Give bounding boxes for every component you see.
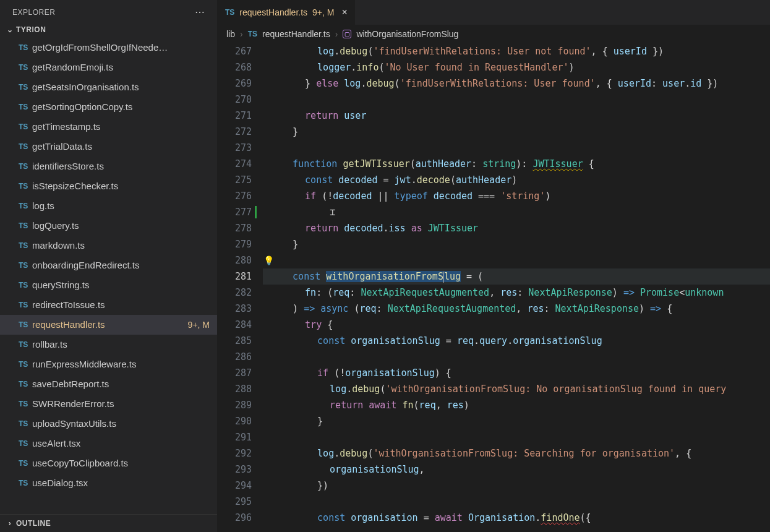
file-label: markdown.ts <box>32 238 217 253</box>
code-line[interactable]: fn: (req: NextApiRequestAugmented, res: … <box>263 285 770 301</box>
code-line[interactable]: function getJWTIssuer(authHeader: string… <box>263 156 770 172</box>
chevron-down-icon: ⌄ <box>6 25 14 34</box>
file-item[interactable]: TSgetTrialData.ts <box>0 137 217 157</box>
breadcrumb-file[interactable]: requestHandler.ts <box>262 29 330 39</box>
code-line[interactable]: } <box>263 413 770 429</box>
ts-icon: TS <box>19 397 32 411</box>
file-item[interactable]: TSredirectToIssue.ts <box>0 295 217 315</box>
file-item[interactable]: TSgetOrgIdFromShellOrgIfNeede… <box>0 38 217 58</box>
ts-icon: TS <box>19 317 32 332</box>
code-line[interactable]: logger.info('No User found in RequestHan… <box>263 59 770 75</box>
file-item[interactable]: TSgetSeatsInOrganisation.ts <box>0 77 217 97</box>
line-number: 293 <box>235 461 252 478</box>
code-line[interactable]: const organisation = await Organisation.… <box>263 510 770 526</box>
ts-icon: TS <box>19 337 32 352</box>
close-icon[interactable]: × <box>339 7 347 18</box>
code-line[interactable]: return user <box>263 108 770 124</box>
sidebar-header: EXPLORER ⋯ <box>0 0 217 22</box>
code-line[interactable]: const decoded = jwt.decode(authHeader) <box>263 172 770 188</box>
code-line[interactable]: log.debug('withOrganisationFromSlug: Sea… <box>263 445 770 461</box>
line-number: 272 <box>235 124 252 140</box>
line-number: 279 <box>235 236 252 252</box>
line-number: 289 <box>235 397 252 413</box>
code-line[interactable]: ⌶ <box>263 204 770 220</box>
editor-tab[interactable]: TS requestHandler.ts 9+, M × <box>218 0 356 25</box>
ts-icon: TS <box>19 159 32 174</box>
file-label: getOrgIdFromShellOrgIfNeede… <box>32 40 217 55</box>
ts-icon: TS <box>19 476 32 491</box>
line-number: 276 <box>235 188 252 204</box>
code-line[interactable] <box>263 494 770 510</box>
code-line[interactable] <box>263 429 770 445</box>
file-label: getRandomEmoji.ts <box>32 60 217 75</box>
ts-icon: TS <box>225 8 234 17</box>
code-content[interactable]: log.debug('findUserWithRelations: User n… <box>263 43 770 532</box>
file-item[interactable]: TSlog.ts <box>0 196 217 216</box>
file-label: rollbar.ts <box>32 337 217 352</box>
line-number: 296 <box>235 510 252 526</box>
code-line[interactable]: log.debug('withOrganisationFromSlug: No … <box>263 381 770 397</box>
code-line[interactable]: if (!decoded || typeof decoded === 'stri… <box>263 188 770 204</box>
file-label: uploadSyntaxUtils.ts <box>32 416 217 431</box>
file-item[interactable]: TSsaveDebtReport.ts <box>0 374 217 394</box>
code-line[interactable]: const organisationSlug = req.query.organ… <box>263 333 770 349</box>
code-line[interactable]: } <box>263 236 770 252</box>
file-item[interactable]: TSrunExpressMiddleware.ts <box>0 354 217 374</box>
file-item[interactable]: TSuploadSyntaxUtils.ts <box>0 414 217 434</box>
code-line[interactable]: if (!organisationSlug) { <box>263 365 770 381</box>
file-item[interactable]: TSrollbar.ts <box>0 335 217 354</box>
sidebar-more-icon[interactable]: ⋯ <box>191 6 209 18</box>
code-line[interactable]: const withOrganisationFromSlug = ( <box>263 268 770 285</box>
code-editor[interactable]: 2672682692702712722732742752762772782792… <box>218 43 770 532</box>
code-line[interactable] <box>263 349 770 365</box>
file-item[interactable]: TSSWRRenderError.ts <box>0 394 217 414</box>
line-number: 290 <box>235 413 252 429</box>
tab-filename: requestHandler.ts <box>239 7 307 17</box>
file-item[interactable]: TSrequestHandler.ts9+, M <box>0 315 217 335</box>
file-label: useCopyToClipboard.ts <box>32 456 217 471</box>
tab-git-status: 9+, M <box>312 7 334 17</box>
ts-icon: TS <box>19 100 32 114</box>
code-line[interactable] <box>263 92 770 108</box>
code-line[interactable] <box>263 252 770 268</box>
main-area: TS requestHandler.ts 9+, M × lib › TS re… <box>218 0 770 532</box>
file-item[interactable]: TSlogQuery.ts <box>0 216 217 236</box>
chevron-right-icon: › <box>6 519 14 528</box>
code-line[interactable]: ) => async (req: NextApiRequestAugmented… <box>263 301 770 317</box>
outline-section-header[interactable]: › OUTLINE <box>0 514 217 532</box>
line-number: 280💡 <box>235 252 252 268</box>
file-item[interactable]: TSqueryString.ts <box>0 275 217 295</box>
file-item[interactable]: TSisStepsizeChecker.ts <box>0 176 217 196</box>
ts-icon: TS <box>19 179 32 194</box>
file-item[interactable]: TSuseDialog.tsx <box>0 473 217 493</box>
code-line[interactable]: return await fn(req, res) <box>263 397 770 413</box>
breadcrumb-symbol[interactable]: withOrganisationFromSlug <box>356 29 458 39</box>
file-item[interactable]: TSuseCopyToClipboard.ts <box>0 453 217 473</box>
code-line[interactable]: } else log.debug('findUserWithRelations:… <box>263 75 770 92</box>
line-number: 270 <box>235 92 252 108</box>
code-line[interactable]: } <box>263 124 770 140</box>
file-item[interactable]: TSmarkdown.ts <box>0 236 217 255</box>
ts-icon: TS <box>19 377 32 392</box>
code-line[interactable]: log.debug('findUserWithRelations: User n… <box>263 43 770 59</box>
symbol-variable-icon: ▢ <box>343 30 351 38</box>
code-line[interactable]: return decoded.iss as JWTIssuer <box>263 220 770 236</box>
project-section-header[interactable]: ⌄ TYRION <box>0 22 217 38</box>
file-item[interactable]: TSgetTimestamp.ts <box>0 117 217 137</box>
line-number: 284 <box>235 317 252 333</box>
code-line[interactable]: }) <box>263 478 770 494</box>
file-label: identifiersStore.ts <box>32 159 217 174</box>
file-item[interactable]: TSgetRandomEmoji.ts <box>0 58 217 77</box>
file-item[interactable]: TSgetSortingOptionCopy.ts <box>0 97 217 117</box>
file-item[interactable]: TSidentifiersStore.ts <box>0 157 217 176</box>
line-number: 295 <box>235 494 252 510</box>
breadcrumb-folder[interactable]: lib <box>226 29 235 39</box>
code-line[interactable]: organisationSlug, <box>263 461 770 478</box>
code-line[interactable] <box>263 140 770 156</box>
ts-icon: TS <box>19 456 32 471</box>
breadcrumb[interactable]: lib › TS requestHandler.ts › ▢ withOrgan… <box>218 25 770 43</box>
file-item[interactable]: TSuseAlert.tsx <box>0 434 217 453</box>
file-item[interactable]: TSonboardingEndRedirect.ts <box>0 255 217 275</box>
code-line[interactable]: try { <box>263 317 770 333</box>
file-label: getTimestamp.ts <box>32 119 217 134</box>
